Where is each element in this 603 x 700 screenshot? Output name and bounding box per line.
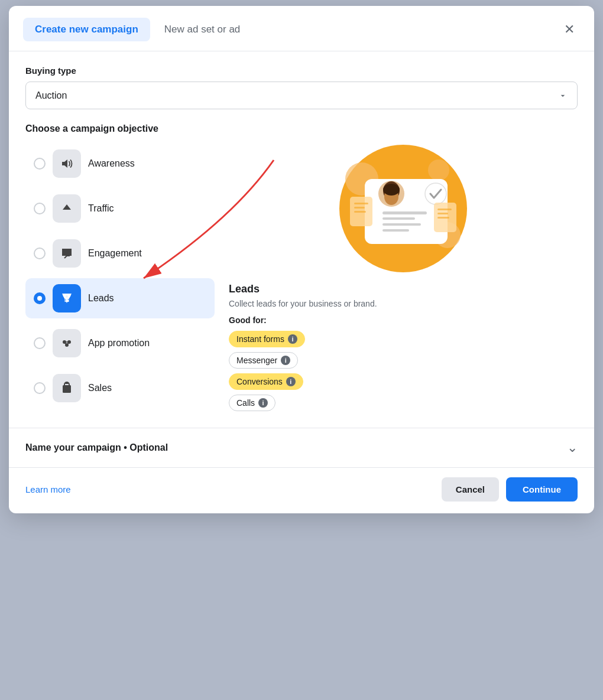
name-campaign-section[interactable]: Name your campaign • Optional ⌄: [9, 428, 594, 467]
calls-info-icon[interactable]: i: [258, 398, 268, 408]
good-for-label: Good for:: [229, 315, 267, 325]
messenger-info-icon[interactable]: i: [281, 356, 290, 365]
tag-conversions: Conversions i: [229, 373, 303, 390]
radio-engagement[interactable]: [34, 248, 46, 259]
radio-sales[interactable]: [34, 382, 46, 394]
modal-dialog: Create new campaign New ad set or ad ✕ B…: [9, 6, 594, 513]
sales-label: Sales: [88, 383, 112, 393]
svg-rect-30: [354, 203, 368, 204]
awareness-label: Awareness: [88, 158, 135, 169]
objective-item-app-promotion[interactable]: App promotion: [25, 323, 215, 363]
chevron-down-icon: ⌄: [567, 440, 578, 455]
detail-description: Collect leads for your business or brand…: [229, 299, 377, 308]
instant-forms-label: Instant forms: [236, 334, 284, 344]
tag-calls: Calls i: [229, 395, 275, 411]
instant-forms-info-icon[interactable]: i: [288, 334, 297, 344]
leads-icon-box: [53, 284, 81, 312]
conversions-info-icon[interactable]: i: [286, 377, 296, 386]
svg-rect-36: [437, 217, 449, 219]
objective-item-traffic[interactable]: Traffic: [25, 188, 215, 229]
modal-header: Create new campaign New ad set or ad ✕: [9, 6, 594, 51]
svg-rect-13: [63, 385, 71, 393]
buying-type-select[interactable]: AuctionReach and frequency: [25, 82, 578, 109]
svg-point-23: [383, 184, 400, 196]
objective-item-awareness[interactable]: Awareness: [25, 144, 215, 184]
learn-more-link[interactable]: Learn more: [25, 484, 71, 494]
svg-rect-25: [382, 217, 415, 220]
close-icon: ✕: [564, 22, 575, 37]
new-ad-tab[interactable]: New ad set or ad: [160, 18, 245, 41]
leads-label: Leads: [88, 293, 114, 304]
objective-item-engagement[interactable]: Engagement: [25, 233, 215, 274]
svg-rect-26: [382, 223, 421, 226]
detail-title: Leads: [229, 283, 260, 295]
svg-rect-24: [382, 211, 427, 214]
modal-body: Buying type AuctionReach and frequency C…: [9, 51, 594, 411]
svg-rect-34: [437, 209, 452, 210]
cancel-button[interactable]: Cancel: [442, 477, 499, 502]
awareness-icon-box: [53, 149, 81, 178]
svg-rect-27: [382, 229, 409, 232]
close-button[interactable]: ✕: [559, 19, 580, 40]
messenger-label: Messenger: [236, 356, 277, 365]
objectives-list: Awareness Traffic: [25, 144, 215, 408]
svg-rect-31: [354, 207, 365, 209]
footer-buttons: Cancel Continue: [442, 477, 578, 502]
radio-traffic[interactable]: [34, 203, 46, 214]
svg-rect-5: [66, 298, 68, 302]
objective-item-leads[interactable]: Leads: [25, 278, 215, 318]
detail-panel: Leads Collect leads for your business or…: [229, 144, 578, 411]
app-promotion-label: App promotion: [88, 338, 150, 349]
traffic-label: Traffic: [88, 203, 114, 214]
tag-instant-forms: Instant forms i: [229, 331, 305, 347]
sales-icon-box: [53, 374, 81, 402]
radio-app-promotion[interactable]: [34, 337, 46, 349]
objectives-and-detail: Awareness Traffic: [25, 144, 578, 411]
leads-illustration: [338, 144, 468, 274]
conversions-label: Conversions: [236, 377, 283, 386]
traffic-icon-box: [53, 194, 81, 223]
radio-awareness[interactable]: [34, 158, 46, 170]
objective-item-sales[interactable]: Sales: [25, 368, 215, 408]
buying-type-label: Buying type: [25, 66, 578, 76]
calls-label: Calls: [236, 398, 255, 408]
tags-list: Instant forms i Messenger i Conversions …: [229, 331, 305, 411]
svg-point-28: [425, 183, 446, 204]
campaign-objective-label: Choose a campaign objective: [25, 123, 578, 134]
continue-button[interactable]: Continue: [506, 477, 578, 502]
create-campaign-tab[interactable]: Create new campaign: [23, 18, 150, 41]
svg-rect-14: [65, 383, 69, 384]
tag-messenger: Messenger i: [229, 352, 298, 369]
modal-footer: Learn more Cancel Continue: [9, 467, 594, 513]
svg-rect-32: [354, 211, 366, 213]
svg-point-18: [428, 159, 449, 181]
engagement-icon-box: [53, 239, 81, 268]
svg-rect-0: [62, 249, 72, 256]
engagement-label: Engagement: [88, 248, 142, 259]
radio-leads[interactable]: [34, 292, 46, 304]
modal-backdrop: Create new campaign New ad set or ad ✕ B…: [0, 0, 603, 700]
app-promotion-icon-box: [53, 329, 81, 357]
svg-rect-35: [437, 213, 448, 214]
radio-dot-leads: [37, 296, 42, 301]
name-campaign-label: Name your campaign • Optional: [25, 442, 168, 453]
